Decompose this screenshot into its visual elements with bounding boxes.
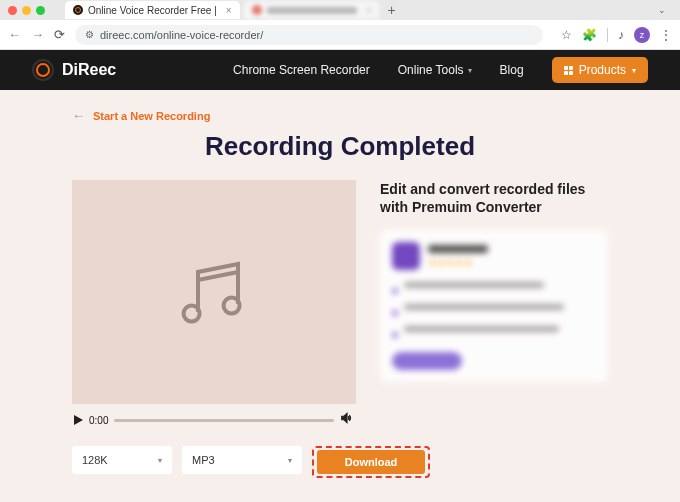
favicon-icon	[252, 5, 262, 15]
window-titlebar: Online Voice Recorder Free | × × + ⌄	[0, 0, 680, 20]
extensions-icon[interactable]: 🧩	[582, 28, 597, 42]
star-rating: ★★★★★	[428, 257, 488, 268]
tab-title: Online Voice Recorder Free |	[88, 5, 217, 16]
preview-column: 0:00	[72, 180, 356, 432]
back-button[interactable]: ←	[8, 27, 21, 42]
player-time: 0:00	[89, 415, 108, 426]
new-tab-button[interactable]: +	[387, 2, 395, 18]
download-button[interactable]: Download	[317, 450, 425, 474]
brand-name[interactable]: DiReec	[62, 61, 116, 79]
toolbar-right: ☆ 🧩 ♪ z ⋮	[561, 27, 672, 43]
audio-preview	[72, 180, 356, 404]
nav-screen-recorder[interactable]: Chrome Screen Recorder	[233, 63, 370, 77]
download-controls: 128K ▾ MP3 ▾ Download	[40, 446, 640, 478]
promo-card[interactable]: ★★★★★	[380, 230, 608, 382]
profile-avatar[interactable]: z	[634, 27, 650, 43]
menu-icon[interactable]: ⋮	[660, 28, 672, 42]
format-select[interactable]: MP3 ▾	[182, 446, 302, 474]
svg-point-0	[184, 306, 200, 322]
grid-icon	[564, 66, 573, 75]
tab-active[interactable]: Online Voice Recorder Free | ×	[65, 1, 240, 19]
app-name-blurred	[428, 245, 488, 253]
tab-inactive[interactable]: ×	[244, 1, 380, 19]
arrow-left-icon: ←	[72, 108, 85, 123]
tabs-dropdown-icon[interactable]: ⌄	[658, 5, 666, 15]
bitrate-select[interactable]: 128K ▾	[72, 446, 172, 474]
traffic-lights	[8, 6, 45, 15]
chevron-down-icon: ▾	[158, 456, 162, 465]
page-content: ← Start a New Recording Recording Comple…	[0, 90, 680, 502]
chevron-down-icon: ▾	[288, 456, 292, 465]
promo-heading: Edit and convert recorded files with Pre…	[380, 180, 608, 216]
site-header: DiReec Chrome Screen Recorder Online Too…	[0, 50, 680, 90]
app-icon	[392, 242, 420, 270]
site-settings-icon[interactable]: ⚙	[85, 29, 94, 40]
volume-icon[interactable]	[340, 411, 354, 429]
nav-online-tools[interactable]: Online Tools ▾	[398, 63, 472, 77]
bookmark-icon[interactable]: ☆	[561, 28, 572, 42]
minimize-window-button[interactable]	[22, 6, 31, 15]
try-free-button[interactable]	[392, 352, 462, 370]
tab-strip: Online Voice Recorder Free | × × +	[65, 1, 638, 19]
download-highlight: Download	[312, 446, 430, 478]
play-button[interactable]	[74, 415, 83, 425]
reload-button[interactable]: ⟳	[54, 27, 65, 42]
nav-blog[interactable]: Blog	[500, 63, 524, 77]
tab-title-blurred	[267, 7, 357, 14]
promo-column: Edit and convert recorded files with Pre…	[380, 180, 608, 432]
chevron-down-icon: ▾	[632, 66, 636, 75]
back-link-text: Start a New Recording	[93, 110, 210, 122]
learn-more-link[interactable]	[470, 352, 530, 370]
favicon-icon	[73, 5, 83, 15]
back-link[interactable]: ← Start a New Recording	[72, 108, 640, 123]
media-controls-icon[interactable]: ♪	[618, 28, 624, 42]
separator	[607, 28, 608, 42]
close-tab-icon[interactable]: ×	[366, 5, 372, 16]
seek-slider[interactable]	[114, 419, 334, 422]
audio-player: 0:00	[72, 408, 356, 432]
svg-point-1	[224, 298, 240, 314]
page-title: Recording Completed	[40, 131, 640, 162]
forward-button[interactable]: →	[31, 27, 44, 42]
browser-toolbar: ← → ⟳ ⚙ direec.com/online-voice-recorder…	[0, 20, 680, 50]
close-window-button[interactable]	[8, 6, 17, 15]
address-bar[interactable]: ⚙ direec.com/online-voice-recorder/	[75, 25, 543, 45]
maximize-window-button[interactable]	[36, 6, 45, 15]
products-button[interactable]: Products ▾	[552, 57, 648, 83]
music-note-icon	[174, 252, 254, 332]
logo-icon[interactable]	[32, 59, 54, 81]
close-tab-icon[interactable]: ×	[226, 5, 232, 16]
main-content: 0:00 Edit and convert recorded files wit…	[40, 180, 640, 432]
url-text: direec.com/online-voice-recorder/	[100, 29, 263, 41]
chevron-down-icon: ▾	[468, 66, 472, 75]
